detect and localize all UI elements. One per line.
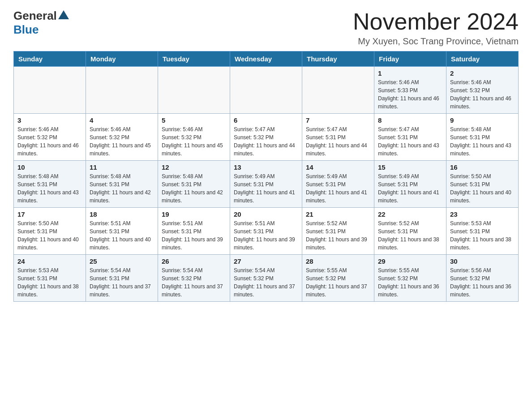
calendar-week-row: 17Sunrise: 5:50 AM Sunset: 5:31 PM Dayli… [14,208,519,255]
calendar-cell: 16Sunrise: 5:50 AM Sunset: 5:31 PM Dayli… [446,161,519,208]
day-number: 20 [234,210,298,218]
calendar-header-tuesday: Tuesday [158,51,230,67]
day-number: 24 [17,257,82,265]
calendar-cell: 7Sunrise: 5:47 AM Sunset: 5:31 PM Daylig… [302,114,374,161]
logo-triangle-icon [58,10,69,19]
day-number: 16 [450,163,515,171]
day-info: Sunrise: 5:46 AM Sunset: 5:32 PM Dayligh… [450,78,515,111]
day-number: 19 [162,210,226,218]
logo-general-text: General [13,9,57,23]
day-info: Sunrise: 5:48 AM Sunset: 5:31 PM Dayligh… [450,125,515,158]
calendar-cell: 17Sunrise: 5:50 AM Sunset: 5:31 PM Dayli… [14,208,86,255]
day-info: Sunrise: 5:46 AM Sunset: 5:32 PM Dayligh… [17,125,82,158]
calendar-cell: 3Sunrise: 5:46 AM Sunset: 5:32 PM Daylig… [14,114,86,161]
page-header: General Blue November 2024 My Xuyen, Soc… [13,9,519,47]
day-info: Sunrise: 5:46 AM Sunset: 5:33 PM Dayligh… [378,78,442,111]
calendar-header-saturday: Saturday [446,51,519,67]
day-number: 17 [17,210,82,218]
calendar-header-friday: Friday [374,51,446,67]
day-info: Sunrise: 5:46 AM Sunset: 5:32 PM Dayligh… [90,125,154,158]
day-info: Sunrise: 5:47 AM Sunset: 5:31 PM Dayligh… [378,125,442,158]
day-number: 27 [234,257,298,265]
calendar-cell [14,67,86,114]
calendar-cell: 29Sunrise: 5:55 AM Sunset: 5:32 PM Dayli… [374,255,446,302]
calendar-header-thursday: Thursday [302,51,374,67]
calendar-table: SundayMondayTuesdayWednesdayThursdayFrid… [13,51,519,302]
calendar-cell: 27Sunrise: 5:54 AM Sunset: 5:32 PM Dayli… [230,255,302,302]
title-block: November 2024 My Xuyen, Soc Trang Provin… [353,9,519,47]
day-number: 10 [17,163,82,171]
calendar-cell: 4Sunrise: 5:46 AM Sunset: 5:32 PM Daylig… [86,114,158,161]
day-info: Sunrise: 5:48 AM Sunset: 5:31 PM Dayligh… [17,172,82,205]
calendar-week-row: 10Sunrise: 5:48 AM Sunset: 5:31 PM Dayli… [14,161,519,208]
day-number: 7 [306,116,370,124]
calendar-week-row: 3Sunrise: 5:46 AM Sunset: 5:32 PM Daylig… [14,114,519,161]
calendar-cell: 14Sunrise: 5:49 AM Sunset: 5:31 PM Dayli… [302,161,374,208]
day-number: 4 [90,116,154,124]
day-info: Sunrise: 5:49 AM Sunset: 5:31 PM Dayligh… [306,172,370,205]
day-info: Sunrise: 5:46 AM Sunset: 5:32 PM Dayligh… [162,125,226,158]
calendar-cell: 23Sunrise: 5:53 AM Sunset: 5:31 PM Dayli… [446,208,519,255]
day-info: Sunrise: 5:54 AM Sunset: 5:32 PM Dayligh… [162,266,226,299]
day-info: Sunrise: 5:54 AM Sunset: 5:31 PM Dayligh… [90,266,154,299]
day-number: 5 [162,116,226,124]
calendar-cell: 1Sunrise: 5:46 AM Sunset: 5:33 PM Daylig… [374,67,446,114]
calendar-cell [86,67,158,114]
calendar-cell: 2Sunrise: 5:46 AM Sunset: 5:32 PM Daylig… [446,67,519,114]
day-number: 30 [450,257,515,265]
day-number: 13 [234,163,298,171]
calendar-cell: 6Sunrise: 5:47 AM Sunset: 5:32 PM Daylig… [230,114,302,161]
day-info: Sunrise: 5:48 AM Sunset: 5:31 PM Dayligh… [162,172,226,205]
day-info: Sunrise: 5:48 AM Sunset: 5:31 PM Dayligh… [90,172,154,205]
day-info: Sunrise: 5:51 AM Sunset: 5:31 PM Dayligh… [234,219,298,252]
calendar-week-row: 24Sunrise: 5:53 AM Sunset: 5:31 PM Dayli… [14,255,519,302]
day-info: Sunrise: 5:49 AM Sunset: 5:31 PM Dayligh… [378,172,442,205]
day-info: Sunrise: 5:52 AM Sunset: 5:31 PM Dayligh… [306,219,370,252]
calendar-cell: 20Sunrise: 5:51 AM Sunset: 5:31 PM Dayli… [230,208,302,255]
day-info: Sunrise: 5:56 AM Sunset: 5:32 PM Dayligh… [450,266,515,299]
page-title: November 2024 [353,9,519,34]
day-number: 9 [450,116,515,124]
calendar-cell: 10Sunrise: 5:48 AM Sunset: 5:31 PM Dayli… [14,161,86,208]
logo: General Blue [13,9,70,37]
day-number: 8 [378,116,442,124]
calendar-header-wednesday: Wednesday [230,51,302,67]
day-number: 12 [162,163,226,171]
calendar-cell: 18Sunrise: 5:51 AM Sunset: 5:31 PM Dayli… [86,208,158,255]
day-info: Sunrise: 5:53 AM Sunset: 5:31 PM Dayligh… [450,219,515,252]
calendar-cell: 9Sunrise: 5:48 AM Sunset: 5:31 PM Daylig… [446,114,519,161]
calendar-header-sunday: Sunday [14,51,86,67]
calendar-cell [302,67,374,114]
day-info: Sunrise: 5:52 AM Sunset: 5:31 PM Dayligh… [378,219,442,252]
day-number: 18 [90,210,154,218]
logo-blue-text: Blue [13,23,39,37]
calendar-cell: 22Sunrise: 5:52 AM Sunset: 5:31 PM Dayli… [374,208,446,255]
calendar-cell: 11Sunrise: 5:48 AM Sunset: 5:31 PM Dayli… [86,161,158,208]
day-number: 23 [450,210,515,218]
day-number: 25 [90,257,154,265]
calendar-cell: 13Sunrise: 5:49 AM Sunset: 5:31 PM Dayli… [230,161,302,208]
day-info: Sunrise: 5:51 AM Sunset: 5:31 PM Dayligh… [90,219,154,252]
day-info: Sunrise: 5:53 AM Sunset: 5:31 PM Dayligh… [17,266,82,299]
day-number: 2 [450,69,515,77]
calendar-week-row: 1Sunrise: 5:46 AM Sunset: 5:33 PM Daylig… [14,67,519,114]
day-info: Sunrise: 5:47 AM Sunset: 5:31 PM Dayligh… [306,125,370,158]
calendar-cell: 8Sunrise: 5:47 AM Sunset: 5:31 PM Daylig… [374,114,446,161]
page-subtitle: My Xuyen, Soc Trang Province, Vietnam [353,36,519,47]
calendar-cell: 24Sunrise: 5:53 AM Sunset: 5:31 PM Dayli… [14,255,86,302]
day-info: Sunrise: 5:49 AM Sunset: 5:31 PM Dayligh… [234,172,298,205]
day-info: Sunrise: 5:47 AM Sunset: 5:32 PM Dayligh… [234,125,298,158]
day-number: 22 [378,210,442,218]
day-number: 1 [378,69,442,77]
day-number: 28 [306,257,370,265]
calendar-cell: 30Sunrise: 5:56 AM Sunset: 5:32 PM Dayli… [446,255,519,302]
calendar-cell: 12Sunrise: 5:48 AM Sunset: 5:31 PM Dayli… [158,161,230,208]
day-info: Sunrise: 5:54 AM Sunset: 5:32 PM Dayligh… [234,266,298,299]
calendar-cell [158,67,230,114]
day-info: Sunrise: 5:55 AM Sunset: 5:32 PM Dayligh… [306,266,370,299]
day-info: Sunrise: 5:50 AM Sunset: 5:31 PM Dayligh… [450,172,515,205]
day-number: 3 [17,116,82,124]
calendar-cell: 5Sunrise: 5:46 AM Sunset: 5:32 PM Daylig… [158,114,230,161]
day-number: 14 [306,163,370,171]
calendar-header-row: SundayMondayTuesdayWednesdayThursdayFrid… [14,51,519,67]
